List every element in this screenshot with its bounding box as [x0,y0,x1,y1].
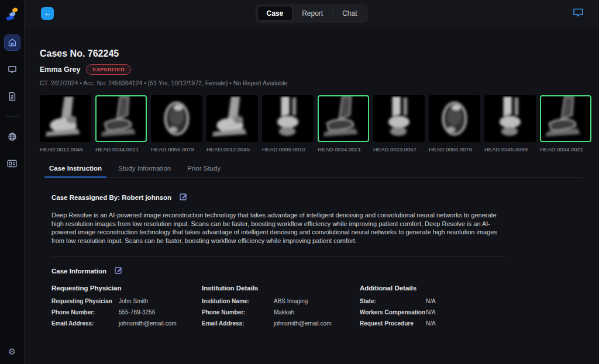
thumbnail[interactable]: HEAD.0045.0089 [484,95,536,152]
case-information-columns: Requesting Physician Requesting Physicia… [51,285,583,331]
info-value: ABS Imaging [274,298,308,304]
thumbnail-label: HEAD.0023.0067 [373,146,425,152]
info-value: 555-789-3256 [119,309,155,316]
info-label: Institution Name: [202,298,274,304]
chat-bubble-icon [8,65,17,74]
institution-details-column: Institution Details Institution Name: AB… [202,285,360,331]
instruction-text: Deep Resolve is an AI-powered image reco… [51,211,507,245]
back-arrow-icon: ← [44,7,51,20]
info-value: N/A [426,320,436,327]
patient-name: Emma Grey [40,65,80,74]
info-label: Phone Number: [202,309,274,316]
thumbnail-label: HEAD.0056.0078 [151,146,202,152]
column-title: Additional Details [360,285,583,292]
sidebar-divider [6,116,19,117]
case-section-tabs: Case Instruction Study Information Prior… [44,160,583,178]
mri-image [262,95,314,142]
info-row: Email Address: johnsmith@email.com [202,320,360,327]
info-label: Request Procedure [360,320,426,327]
mri-image [95,95,147,142]
case-title: Cases No. 762245 [40,48,599,59]
thumbnail-label: HEAD.0034.0021 [540,146,591,152]
settings-button[interactable]: ⚙ [8,346,16,357]
thumbnail[interactable]: HEAD.0056.0078 [151,95,202,152]
thumbnail[interactable]: HEAD.0098.0010 [262,95,314,152]
info-value: Makkah [274,309,294,316]
additional-details-column: Additional Details State: N/A Workers Co… [360,285,583,331]
edit-case-information-button[interactable] [115,266,122,276]
tab-prior-study[interactable]: Prior Study [183,160,225,178]
main-content: Cases No. 762245 Emma Grey EXPEDITED CT.… [25,27,599,364]
thumbnail-label: HEAD.0098.0010 [262,146,314,152]
message-bubble-icon [573,8,584,20]
sidebar-item-globe[interactable] [4,129,20,145]
topbar: ← Case Report Chat [25,0,599,27]
thumbnail[interactable]: HEAD.0012.0045 [206,95,258,152]
info-label: Phone Number: [51,309,119,316]
tab-report[interactable]: Report [292,6,332,21]
thumbnail[interactable]: HEAD.0034.0021 [318,95,369,152]
thumbnail-label: HEAD.0034.0021 [95,146,147,152]
info-label: Workers Compensation [360,309,426,316]
edit-icon [180,193,187,202]
mri-image [373,95,425,142]
thumbnail[interactable]: HEAD.0056.0078 [429,95,480,152]
info-value: John Smith [119,298,148,304]
thumbnail[interactable]: HEAD.0023.0067 [373,95,425,152]
info-value: N/A [426,309,436,316]
document-icon [8,92,16,101]
expedited-badge: EXPEDITED [86,64,131,75]
sidebar-item-messages[interactable] [4,61,20,78]
sidebar: ⚙ [0,0,25,364]
mri-image [484,95,536,142]
mri-image [40,95,91,142]
thumbnail-label: HEAD.0056.0078 [429,146,480,152]
case-information-heading: Case Information [51,268,106,275]
case-meta: CT. 2/27/2024 • Acc. No: 2456364124 • (5… [40,79,599,86]
requesting-physician-column: Requesting Physician Requesting Physicia… [51,285,202,331]
info-value: johnsmith@email.com [274,320,332,327]
info-row: Workers Compensation N/A [360,309,583,316]
view-switcher: Case Report Chat [255,4,368,23]
thumbnail-strip: HEAD.0012.0045 HEAD.0034.0021 HEAD.0056.… [40,95,599,152]
info-row: Phone Number: Makkah [202,309,360,316]
sidebar-item-documents[interactable] [4,88,20,105]
thumbnail[interactable]: HEAD.0034.0021 [540,95,591,152]
divider [51,256,507,256]
home-icon [8,38,17,47]
tab-study-information[interactable]: Study Information [113,160,175,178]
info-label: Email Address: [202,320,274,327]
info-row: State: N/A [360,298,583,304]
thumbnail-label: HEAD.0012.0045 [40,146,91,152]
info-row: Phone Number: 555-789-3256 [51,309,202,316]
back-button[interactable]: ← [41,7,54,20]
thumbnail[interactable]: HEAD.0034.0021 [95,95,147,152]
case-reassigned-by: Case Reassigned By: Robert johnson [51,194,171,201]
edit-reassignment-button[interactable] [180,193,187,202]
thumbnail-label: HEAD.0034.0021 [318,146,369,152]
tab-chat[interactable]: Chat [333,6,366,21]
app-logo-icon [5,7,19,21]
tab-case[interactable]: Case [257,6,292,21]
tab-case-instruction[interactable]: Case Instruction [44,160,106,178]
gear-icon: ⚙ [8,346,16,356]
info-label: Requesting Physician [51,298,119,304]
thumbnail[interactable]: HEAD.0012.0045 [40,95,91,152]
id-card-icon [7,160,17,168]
column-title: Institution Details [202,285,360,292]
case-instruction-panel: Case Reassigned By: Robert johnson Deep … [25,193,599,331]
info-row: Request Procedure N/A [360,320,583,327]
mri-image [429,95,480,142]
sidebar-item-id-card[interactable] [4,155,20,172]
globe-icon [8,132,17,141]
info-value: N/A [426,298,436,304]
thumbnail-label: HEAD.0012.0045 [206,146,258,152]
column-title: Requesting Physician [51,285,202,292]
sidebar-item-home[interactable] [4,34,20,51]
chat-toggle-button[interactable] [573,8,584,20]
info-value: johnsmith@email.com [119,320,177,327]
info-row: Email Address: johnsmith@email.com [51,320,202,327]
info-row: Requesting Physician John Smith [51,298,202,304]
mri-image [318,95,369,142]
app-logo [0,0,25,27]
